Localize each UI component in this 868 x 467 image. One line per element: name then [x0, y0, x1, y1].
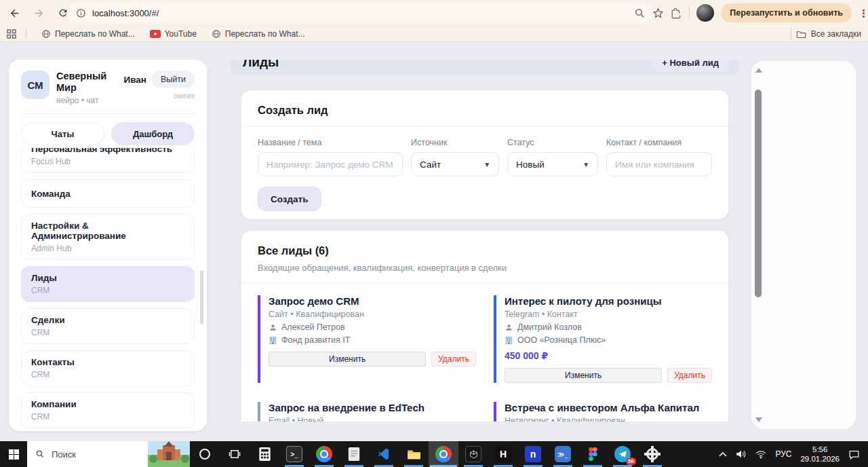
- sidebar-item-personal-effectiveness[interactable]: Персональная эффективность Focus Hub: [21, 148, 195, 173]
- all-leads-card: Все лиды (6) Входящие обращения, квалифи…: [241, 231, 728, 422]
- all-bookmarks-button[interactable]: Все закладки: [791, 26, 861, 42]
- search-highlight-image[interactable]: [148, 441, 190, 467]
- bookmarks-divider: [26, 29, 26, 39]
- browser-toolbar: localhost:3000/#/ Перезапустить и обнови…: [0, 0, 868, 26]
- taskbar-taskview-icon[interactable]: [220, 441, 250, 467]
- sidebar-item-leads[interactable]: Лиды CRM: [21, 266, 195, 302]
- edit-lead-button[interactable]: Изменить: [269, 352, 426, 367]
- extensions-icon[interactable]: [671, 7, 682, 19]
- volume-icon[interactable]: [736, 449, 747, 459]
- sidebar-item-contacts[interactable]: Контакты CRM: [21, 350, 195, 386]
- globe-icon: [41, 29, 51, 39]
- source-select[interactable]: Сайт ▼: [411, 152, 499, 176]
- apps-grid-icon[interactable]: [7, 29, 16, 39]
- page-header: Лиды + Новый лид: [231, 60, 739, 75]
- lead-contact-input[interactable]: [606, 152, 712, 176]
- gear-icon: [646, 448, 658, 460]
- notifications-icon[interactable]: [848, 449, 860, 460]
- site-info-icon[interactable]: [76, 8, 86, 18]
- system-tray: РУС 5:56 29.01.2026: [719, 441, 868, 467]
- create-lead-submit-button[interactable]: Создать: [258, 187, 321, 211]
- taskbar-cortana-icon[interactable]: [190, 441, 220, 467]
- bookmarks-bar: Переслать по What... YouTube Переслать п…: [0, 26, 868, 42]
- lead-card-3: Запрос на внедрение в EdTech Email • Нов…: [258, 402, 476, 422]
- scroll-up-icon[interactable]: [755, 68, 762, 73]
- zoom-icon[interactable]: [634, 7, 646, 19]
- lead-card-1: Запрос демо CRM Сайт • Квалифицирован Ал…: [258, 295, 476, 383]
- building-icon: [269, 336, 277, 345]
- lead-name-input[interactable]: [258, 152, 403, 176]
- tab-chats[interactable]: Чаты: [21, 122, 104, 145]
- source-label: Источник: [411, 138, 499, 147]
- taskbar-3d-app-icon[interactable]: [458, 441, 488, 467]
- bookmark-whatsapp-1[interactable]: Переслать по What...: [41, 29, 135, 39]
- url-text: localhost:3000/#/: [92, 8, 159, 18]
- back-icon[interactable]: [4, 3, 24, 23]
- chevron-down-icon: ▼: [583, 161, 589, 168]
- delete-lead-button[interactable]: Удалить: [431, 352, 476, 367]
- right-panel: [751, 61, 856, 429]
- address-bar[interactable]: localhost:3000/#/: [68, 3, 652, 22]
- taskbar-vscode-icon[interactable]: [369, 441, 399, 467]
- logout-button[interactable]: Выйти: [152, 71, 195, 88]
- tray-clock[interactable]: 5:56 29.01.2026: [800, 445, 840, 464]
- sidebar-menu: Персональная эффективность Focus Hub Ком…: [21, 148, 195, 431]
- taskbar-h-app-icon[interactable]: H: [488, 441, 518, 467]
- restart-update-button[interactable]: Перезапустить и обновить: [721, 3, 852, 22]
- taskbar-search[interactable]: Поиск: [27, 441, 190, 467]
- forward-icon[interactable]: [28, 3, 49, 23]
- search-icon: [35, 449, 45, 459]
- building-icon: [505, 336, 513, 345]
- user-name: Иван: [123, 75, 146, 85]
- search-placeholder: Поиск: [52, 449, 76, 460]
- taskbar-notion-icon[interactable]: n: [518, 441, 548, 467]
- edit-lead-button[interactable]: Изменить: [505, 368, 662, 383]
- taskbar-calculator-icon[interactable]: [250, 441, 279, 467]
- taskbar-chrome-active-icon[interactable]: [429, 441, 458, 467]
- new-lead-button[interactable]: + Новый лид: [651, 60, 730, 73]
- wifi-icon[interactable]: [755, 450, 766, 459]
- user-role: owner: [123, 92, 195, 100]
- sidebar-item-companies[interactable]: Компании CRM: [21, 392, 195, 428]
- taskbar-terminal-icon[interactable]: >_: [279, 441, 309, 467]
- sidebar-item-deals[interactable]: Сделки CRM: [21, 308, 195, 344]
- telegram-badge: 56: [626, 457, 636, 465]
- taskbar-figma-icon[interactable]: [578, 441, 608, 467]
- bookmark-whatsapp-2[interactable]: Переслать по What...: [212, 29, 305, 39]
- status-label: Статус: [507, 138, 598, 147]
- person-icon: [269, 323, 277, 332]
- tab-dashboard[interactable]: Дашборд: [111, 122, 195, 145]
- taskbar-chrome-icon[interactable]: [309, 441, 339, 467]
- sidebar-scrollbar[interactable]: [200, 270, 203, 324]
- contact-label: Контакт / компания: [606, 138, 712, 147]
- person-icon: [505, 323, 513, 332]
- status-select[interactable]: Новый ▼: [507, 152, 598, 176]
- taskbar-telegram-icon[interactable]: 56: [608, 441, 637, 467]
- language-indicator[interactable]: РУС: [775, 449, 791, 459]
- taskbar-powershell-icon[interactable]: ≫_: [548, 441, 578, 467]
- folder-icon: [796, 30, 806, 39]
- lead-card-4: Встреча с инвестором Альфа Капитал Нетво…: [494, 402, 712, 422]
- taskbar-notepad-icon[interactable]: [339, 441, 369, 467]
- lead-card-2: Интерес к пилоту для розницы Telegram • …: [494, 295, 712, 383]
- all-leads-title: Все лиды (6): [241, 231, 728, 267]
- sidebar-item-team[interactable]: Команда: [21, 179, 195, 208]
- bookmark-youtube[interactable]: YouTube: [150, 29, 197, 39]
- main-scrollbar-thumb[interactable]: [755, 90, 762, 297]
- lead-amount: 450 000 ₽: [505, 350, 712, 361]
- tray-expand-icon[interactable]: [719, 451, 727, 457]
- browser-menu-icon[interactable]: ⋮: [859, 12, 863, 15]
- workspace-name: Северный Мир: [56, 71, 113, 94]
- delete-lead-button[interactable]: Удалить: [667, 368, 712, 383]
- taskbar-explorer-icon[interactable]: [399, 441, 429, 467]
- taskbar-settings-icon[interactable]: [637, 441, 667, 467]
- create-lead-card: Создать лид Название / тема Источник Сай…: [241, 90, 728, 219]
- create-lead-title: Создать лид: [241, 90, 728, 126]
- toolbar-divider: [689, 7, 690, 19]
- windows-taskbar: Поиск >_ H n ≫_ 56 РУС 5:56 29.01.2026: [0, 441, 868, 467]
- sidebar-item-settings-admin[interactable]: Настройки & Администрирование Admin Hub: [21, 214, 195, 260]
- bookmark-star-icon[interactable]: [652, 7, 664, 19]
- start-button[interactable]: [0, 441, 27, 467]
- scroll-down-icon[interactable]: [755, 417, 762, 422]
- profile-avatar[interactable]: [696, 4, 714, 22]
